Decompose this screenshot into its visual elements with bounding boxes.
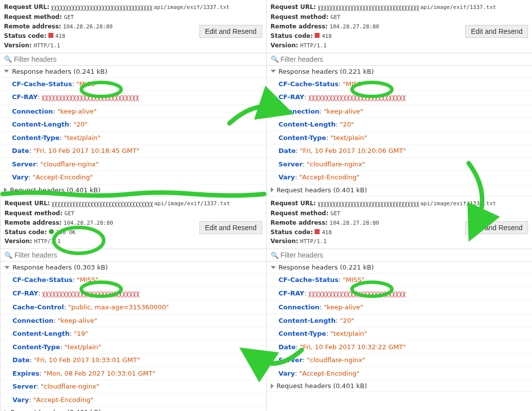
header-row: Connection: "keep-alive" [267,105,532,119]
header-row: CF-RAY: [0,91,266,105]
header-row: Date: "Fri, 10 Feb 2017 10:20:06 GMT" [267,144,532,158]
header-row: CF-RAY: [267,287,532,301]
header-value: "20" [340,317,355,324]
label-request-method: Request method: [4,209,62,218]
header-value: "Fri, 10 Feb 2017 10:18:45 GMT" [33,147,140,154]
header-row: Date: "Fri, 10 Feb 2017 10:18:45 GMT" [0,144,266,158]
header-name[interactable]: Vary [279,173,295,181]
response-headers-label: Response headers (0.303 kB) [12,264,108,271]
redacted-host [318,201,420,208]
search-icon: 🔍 [271,252,279,259]
header-row: Vary: "Accept-Encoding" [0,171,266,184]
header-name[interactable]: Server [12,383,36,390]
label-request-method: Request method: [271,209,329,218]
header-row: Content-Type: "text/plain" [0,341,266,354]
status-indicator-icon [49,229,54,234]
header-name[interactable]: Connection [12,317,53,324]
filter-headers-input[interactable] [281,55,529,63]
header-name[interactable]: CF-Cache-Status [12,276,72,283]
request-headers-label: Request headers (0.401 kB) [277,382,367,390]
request-headers-toggle[interactable]: Request headers (0.401 kB) [0,184,266,196]
label-status-code: Status code: [4,228,47,237]
header-value: "text/plain" [64,343,101,351]
header-name[interactable]: Date [279,147,296,154]
header-name[interactable]: Vary [12,396,29,404]
header-name[interactable]: Server [279,356,303,364]
header-name[interactable]: CF-Cache-Status [279,276,339,283]
header-name[interactable]: Content-Length [12,330,70,337]
label-request-method: Request method: [4,13,62,21]
header-value: "public, max-age=315360000" [68,303,169,311]
label-remote-address: Remote address: [271,219,328,227]
value-remote-address: 104.28.27.28:80 [330,23,379,30]
request-headers-toggle[interactable]: Request headers (0.401 kB) [0,407,266,411]
header-name[interactable]: Vary [279,370,295,377]
header-value: "Accept-Encoding" [33,396,94,404]
label-status-code: Status code: [271,32,313,40]
label-version: Version: [4,237,32,246]
header-name[interactable]: CF-RAY [279,93,305,101]
value-request-url: api/image/exif/1337.txt [318,3,496,12]
header-name[interactable]: Date [12,356,30,364]
header-row: CF-RAY: [0,287,266,301]
request-summary: Request URL:api/image/exif/1337.txtReque… [0,196,266,249]
header-name[interactable]: Content-Length [12,121,69,128]
header-row: CF-Cache-Status: "MISS" [267,78,532,91]
response-headers-toggle[interactable]: Response headers (0.303 kB) [0,262,266,274]
header-name[interactable]: CF-Cache-Status [279,80,339,88]
header-row: CF-Cache-Status: "MISS" [0,274,266,287]
edit-and-resend-button[interactable]: Edit and Resend [199,221,262,234]
edit-and-resend-button[interactable]: Edit and Resend [465,221,528,234]
header-name[interactable]: Connection [279,303,320,311]
network-panel-2: Request URL:api/image/exif/1337.txtReque… [0,196,266,411]
header-row: CF-RAY: [267,91,532,105]
header-name[interactable]: Date [279,343,296,351]
request-headers-label: Request headers (0.401 kB) [10,186,101,194]
label-request-url: Request URL: [271,3,316,11]
header-name[interactable]: Content-Length [279,121,336,128]
header-value: "cloudflare-nginx" [307,356,365,364]
request-headers-label: Request headers (0.401 kB) [10,409,101,411]
header-name[interactable]: Server [279,160,303,168]
header-row: Vary: "Accept-Encoding" [0,394,266,407]
header-name[interactable]: CF-RAY [12,289,38,297]
header-value: "Fri, 10 Feb 2017 10:20:06 GMT" [300,147,406,154]
request-headers-toggle[interactable]: Request headers (0.401 kB) [267,380,532,392]
header-name[interactable]: Content-Length [279,317,336,324]
edit-and-resend-button[interactable]: Edit and Resend [465,25,528,38]
request-headers-toggle[interactable]: Request headers (0.401 kB) [267,184,532,196]
header-name[interactable]: Content-Type [12,343,60,351]
header-row: Expires: "Mon, 08 Feb 2027 10:33:01 GMT" [0,367,266,381]
header-value: "Fri, 10 Feb 2017 10:32:22 GMT" [300,343,406,351]
header-name[interactable]: CF-RAY [12,93,38,101]
header-value: "MISS" [77,276,99,283]
header-name[interactable]: Date [12,147,29,154]
header-name[interactable]: Content-Type [12,134,60,141]
filter-headers-input[interactable] [281,251,529,259]
header-name[interactable]: Expires [12,370,39,377]
header-name[interactable]: Content-Type [279,330,327,337]
response-headers-toggle[interactable]: Response headers (0.221 kB) [267,66,532,78]
chevron-down-icon [271,70,276,73]
value-remote-address: 104.28.27.28:80 [64,219,113,227]
header-row: Connection: "keep-alive" [0,105,266,119]
header-row: Connection: "keep-alive" [267,301,532,314]
header-name[interactable]: Connection [279,108,320,115]
response-headers-label: Response headers (0.221 kB) [279,264,374,271]
header-name[interactable]: CF-RAY [279,289,305,297]
header-name[interactable]: Connection [12,108,53,115]
header-name[interactable]: Content-Type [279,134,327,141]
status-indicator-icon [48,33,53,38]
header-name[interactable]: Cache-Control [12,303,64,311]
value-status-code: 418 [315,229,332,236]
header-name[interactable]: Vary [12,173,28,181]
filter-headers-input[interactable] [14,55,262,63]
header-value: "text/plain" [331,330,367,337]
header-name[interactable]: Server [12,160,36,168]
filter-headers-input[interactable] [14,251,262,259]
edit-and-resend-button[interactable]: Edit and Resend [199,25,262,38]
response-headers-toggle[interactable]: Response headers (0.221 kB) [267,262,532,274]
header-name[interactable]: CF-Cache-Status [12,80,72,88]
search-icon: 🔍 [271,55,279,63]
response-headers-toggle[interactable]: Response headers (0.241 kB) [0,66,266,78]
